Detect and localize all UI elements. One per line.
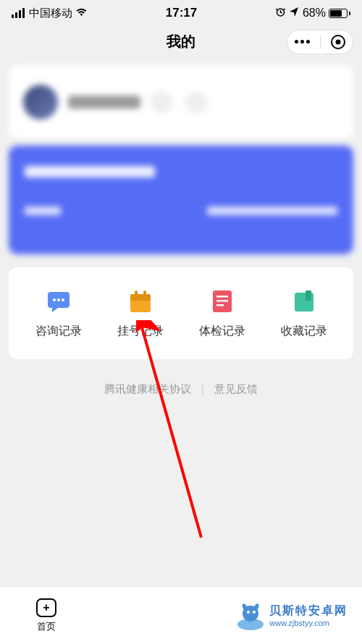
svg-rect-12 bbox=[216, 304, 224, 306]
menu-item-consultation[interactable]: 咨询记录 bbox=[35, 289, 82, 339]
svg-point-4 bbox=[62, 298, 64, 301]
svg-rect-10 bbox=[216, 296, 228, 298]
chat-icon bbox=[46, 289, 71, 314]
watermark: 贝斯特安卓网 www.zjbstyy.com bbox=[235, 601, 348, 630]
menu-label: 收藏记录 bbox=[281, 324, 327, 339]
menu-label: 咨询记录 bbox=[35, 324, 82, 339]
svg-rect-11 bbox=[216, 300, 228, 302]
more-icon[interactable] bbox=[295, 40, 310, 43]
records-menu: 咨询记录 挂号记录 体检记录 收藏记录 bbox=[9, 267, 353, 359]
battery-percent: 68% bbox=[303, 7, 326, 20]
miniprogram-capsule[interactable] bbox=[287, 30, 353, 54]
menu-item-favorites[interactable]: 收藏记录 bbox=[281, 289, 327, 339]
location-icon bbox=[289, 7, 300, 20]
menu-item-registration[interactable]: 挂号记录 bbox=[117, 289, 164, 339]
watermark-url: www.zjbstyy.com bbox=[269, 619, 329, 627]
wifi-icon bbox=[75, 7, 88, 20]
document-icon bbox=[210, 289, 235, 314]
menu-label: 挂号记录 bbox=[117, 324, 164, 339]
svg-point-19 bbox=[253, 611, 256, 614]
calendar-icon bbox=[128, 289, 153, 314]
battery-icon bbox=[329, 9, 350, 18]
feedback-link[interactable]: 意见反馈 bbox=[214, 382, 258, 395]
profile-name bbox=[68, 96, 140, 109]
alarm-icon bbox=[275, 7, 286, 20]
profile-action bbox=[151, 91, 172, 113]
time-label: 17:17 bbox=[166, 6, 197, 20]
svg-point-3 bbox=[57, 298, 60, 301]
footer-links: 腾讯健康相关协议 | 意见反馈 bbox=[0, 382, 362, 396]
menu-item-checkup[interactable]: 体检记录 bbox=[199, 289, 245, 339]
svg-point-18 bbox=[247, 611, 250, 614]
watermark-name: 贝斯特安卓网 bbox=[269, 603, 348, 619]
status-left: 中国移动 bbox=[12, 7, 88, 20]
signal-icon bbox=[12, 8, 25, 18]
watermark-logo-icon bbox=[235, 601, 264, 630]
svg-rect-7 bbox=[135, 290, 138, 297]
home-label: 首页 bbox=[37, 620, 56, 633]
menu-label: 体检记录 bbox=[199, 324, 245, 339]
divider: | bbox=[201, 382, 204, 395]
svg-rect-8 bbox=[143, 290, 146, 297]
carrier-label: 中国移动 bbox=[29, 7, 72, 20]
page-header: 我的 bbox=[0, 23, 362, 60]
profile-action bbox=[185, 91, 207, 113]
health-card[interactable] bbox=[9, 146, 353, 254]
home-icon: + bbox=[36, 598, 56, 617]
home-tab[interactable]: + 首页 bbox=[36, 598, 56, 633]
status-bar: 中国移动 17:17 68% bbox=[0, 0, 362, 23]
bottom-bar: + 首页 贝斯特安卓网 www.zjbstyy.com bbox=[0, 586, 362, 644]
page-title: 我的 bbox=[167, 32, 195, 51]
svg-rect-6 bbox=[130, 294, 151, 301]
close-icon[interactable] bbox=[331, 35, 345, 49]
agreement-link[interactable]: 腾讯健康相关协议 bbox=[104, 382, 191, 395]
bookmark-icon bbox=[292, 289, 316, 314]
profile-card[interactable] bbox=[9, 66, 353, 138]
svg-point-2 bbox=[53, 298, 56, 301]
avatar bbox=[23, 85, 58, 120]
status-right: 68% bbox=[275, 7, 350, 20]
